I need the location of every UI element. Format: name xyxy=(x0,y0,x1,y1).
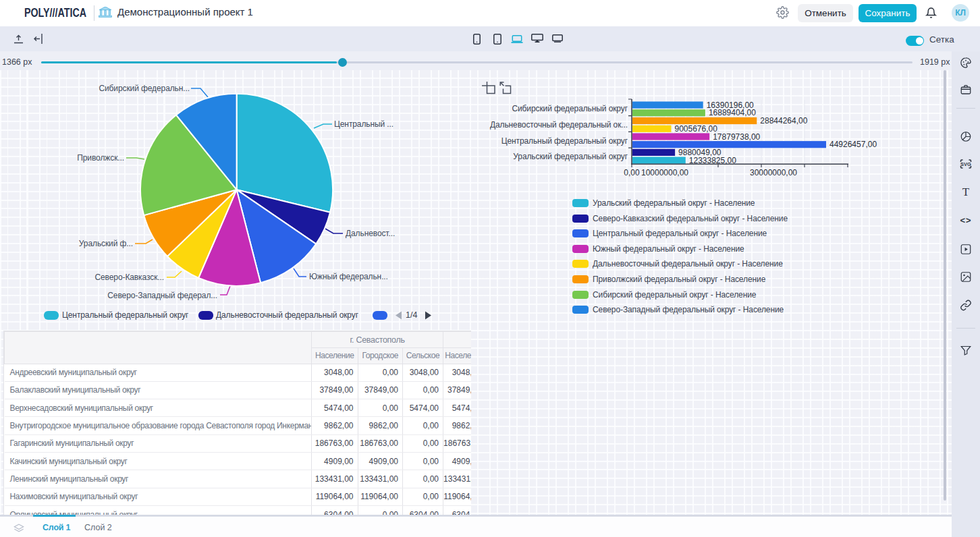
svg-text:SVG: SVG xyxy=(960,161,971,167)
svg-text:POLY///ATICA: POLY///ATICA xyxy=(24,5,86,20)
